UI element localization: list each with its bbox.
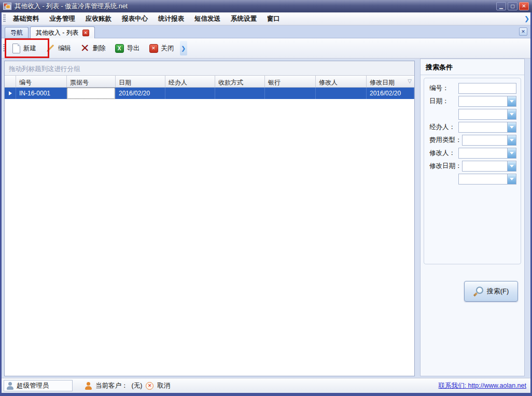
expense-type-combo[interactable] xyxy=(462,135,517,146)
delete-button[interactable]: ✕ 删除 xyxy=(76,41,110,55)
expense-type-dropdown-button[interactable] xyxy=(507,135,516,145)
date-from-label: 日期： xyxy=(426,97,458,106)
close-list-button[interactable]: ✕ 关闭 xyxy=(145,42,179,55)
search-button-label: 搜索(F) xyxy=(487,287,509,296)
combo-value xyxy=(459,174,507,184)
toolbar: 新建 编辑 ✕ 删除 X 导出 ✕ 关闭 ❯ xyxy=(2,38,530,59)
column-header-label: 修改人 xyxy=(319,78,338,87)
row-arrow-icon xyxy=(9,91,12,95)
tab-strip: 导航 其他收入 - 列表 ✕ ✕ xyxy=(2,25,530,38)
number-field-input[interactable] xyxy=(458,83,516,94)
modifier-combo[interactable] xyxy=(458,148,516,159)
row-indicator-header xyxy=(5,75,16,88)
cancel-icon[interactable]: ✕ xyxy=(146,382,153,390)
cell-receipt-editor[interactable] xyxy=(67,88,116,99)
modified-date-to-combo[interactable] xyxy=(458,174,516,185)
close-button[interactable]: ✕ xyxy=(519,2,529,10)
expense-type-label: 费用类型： xyxy=(426,136,462,145)
data-grid: 拖动列标题到这进行分组 编号 票据号 日期 经办人 收款方式 银行 修改人 修改… xyxy=(4,61,415,376)
tab-close-icon[interactable]: ✕ xyxy=(82,30,89,36)
combo-value xyxy=(459,109,507,119)
chevron-down-icon xyxy=(510,165,514,167)
close-list-button-label: 关闭 xyxy=(161,44,174,53)
column-header-label: 银行 xyxy=(268,78,281,87)
menu-item-statistics[interactable]: 统计报表 xyxy=(153,12,189,25)
column-header-number[interactable]: 编号 xyxy=(16,75,67,88)
combo-value xyxy=(463,161,508,171)
modified-date-to-dropdown-button[interactable] xyxy=(507,174,516,184)
search-panel-title: 搜索条件 xyxy=(421,59,524,75)
tab-navigation[interactable]: 导航 xyxy=(5,27,29,38)
maximize-button[interactable]: ▢ xyxy=(508,2,517,10)
column-header-modifier[interactable]: 修改人 xyxy=(316,75,367,88)
column-header-label: 票据号 xyxy=(70,78,89,87)
new-button[interactable]: 新建 xyxy=(8,41,41,55)
combo-value xyxy=(459,122,507,132)
search-panel: 搜索条件 编号： 日期： xyxy=(420,59,525,376)
tabstrip-close-icon[interactable]: ✕ xyxy=(519,27,527,36)
number-field-label: 编号： xyxy=(426,84,458,93)
handler-combo[interactable] xyxy=(458,122,516,133)
column-header-handler[interactable]: 经办人 xyxy=(165,75,215,88)
cell-modified-date[interactable]: 2016/02/20 xyxy=(367,88,414,99)
menu-item-settings[interactable]: 系统设置 xyxy=(226,12,262,25)
toolbar-overflow-icon[interactable]: ❯ xyxy=(180,41,187,55)
menu-item-base-data[interactable]: 基础资料 xyxy=(8,12,44,25)
chevron-down-icon xyxy=(510,113,514,116)
menu-item-receivables[interactable]: 应收账款 xyxy=(80,12,117,25)
current-client-section: 当前客户： (无) ✕ 取消 xyxy=(85,381,170,390)
cell-bank[interactable] xyxy=(265,88,316,99)
column-header-label: 收款方式 xyxy=(218,78,243,87)
toolbar-grip-icon xyxy=(3,44,6,52)
search-icon xyxy=(473,287,483,296)
current-user-label: 超级管理员 xyxy=(17,381,49,390)
cell-handler[interactable] xyxy=(165,88,215,99)
menu-item-report-center[interactable]: 报表中心 xyxy=(117,12,153,25)
menu-overflow-icon[interactable]: ❯ xyxy=(524,15,529,22)
chevron-down-icon xyxy=(510,178,514,180)
grid-header-row: 编号 票据号 日期 经办人 收款方式 银行 修改人 修改日期 ▽ xyxy=(5,75,414,88)
client-icon xyxy=(85,382,92,390)
contact-link[interactable]: 联系我们: http://www.aolan.net xyxy=(438,381,526,390)
search-button[interactable]: 搜索(F) xyxy=(464,281,518,302)
menu-item-business[interactable]: 业务管理 xyxy=(44,12,80,25)
menu-item-sms[interactable]: 短信发送 xyxy=(189,12,226,25)
search-groupbox: 编号： 日期： xyxy=(424,78,521,264)
cell-modifier[interactable] xyxy=(316,88,367,99)
date-from-dropdown-button[interactable] xyxy=(507,96,516,106)
cell-date[interactable]: 2016/02/20 xyxy=(116,88,165,99)
modified-date-from-dropdown-button[interactable] xyxy=(507,161,516,171)
client-value: (无) xyxy=(132,381,143,390)
date-to-dropdown-button[interactable] xyxy=(507,109,516,119)
column-header-modified-date[interactable]: 修改日期 ▽ xyxy=(367,75,414,88)
modified-date-from-combo[interactable] xyxy=(462,161,517,172)
export-button[interactable]: X 导出 xyxy=(110,42,145,55)
column-header-label: 修改日期 xyxy=(370,78,395,87)
column-header-bank[interactable]: 银行 xyxy=(265,75,316,88)
table-row-selected[interactable]: IN-16-0001 2016/02/20 2016/02/20 xyxy=(5,88,414,99)
modifier-dropdown-button[interactable] xyxy=(507,148,516,158)
date-from-combo[interactable] xyxy=(458,96,516,107)
column-header-payment-method[interactable]: 收款方式 xyxy=(215,75,265,88)
combo-value xyxy=(463,135,508,145)
sort-descending-icon: ▽ xyxy=(408,78,412,87)
column-header-label: 经办人 xyxy=(169,78,187,87)
cancel-label[interactable]: 取消 xyxy=(157,381,170,390)
cell-number[interactable]: IN-16-0001 xyxy=(16,88,67,99)
chevron-down-icon xyxy=(510,152,514,154)
column-header-receipt[interactable]: 票据号 xyxy=(67,75,116,88)
column-header-date[interactable]: 日期 xyxy=(116,75,165,88)
menu-item-window[interactable]: 窗口 xyxy=(262,12,285,25)
export-button-label: 导出 xyxy=(127,44,140,53)
cell-payment-method[interactable] xyxy=(215,88,265,99)
minimize-button[interactable]: ▁ xyxy=(496,2,506,10)
receipt-edit-input[interactable] xyxy=(67,88,115,99)
row-indicator xyxy=(5,88,16,99)
edit-button[interactable]: 编辑 xyxy=(41,41,76,55)
grid-group-panel[interactable]: 拖动列标题到这进行分组 xyxy=(5,61,414,75)
handler-dropdown-button[interactable] xyxy=(507,122,516,132)
excel-export-icon: X xyxy=(115,44,124,53)
tab-other-income-list[interactable]: 其他收入 - 列表 ✕ xyxy=(30,26,95,38)
delete-button-label: 删除 xyxy=(93,44,106,53)
date-to-combo[interactable] xyxy=(458,109,516,120)
